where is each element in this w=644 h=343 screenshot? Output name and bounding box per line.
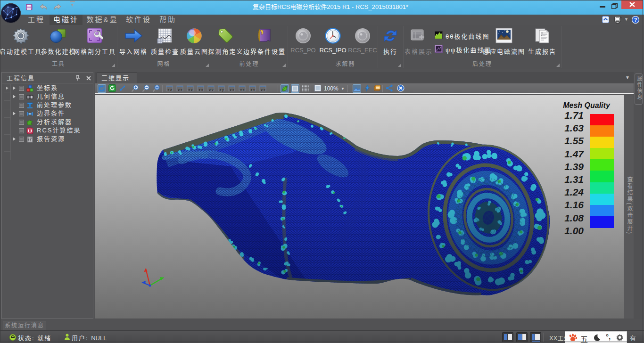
svg-text:z y: z y <box>220 88 224 92</box>
svg-text:z v: z v <box>251 88 255 91</box>
svg-text:x z: x z <box>168 88 172 91</box>
svg-text:z x: z x <box>261 88 265 91</box>
svg-text:z x: z x <box>178 88 182 91</box>
svg-text:z x: z x <box>230 88 234 91</box>
svg-text:x z: x z <box>189 88 193 91</box>
svg-text:?: ? <box>634 17 637 23</box>
svg-text:z v: z v <box>209 88 214 91</box>
svg-text:z x: z x <box>199 88 203 91</box>
svg-text:v x: v x <box>240 88 245 91</box>
